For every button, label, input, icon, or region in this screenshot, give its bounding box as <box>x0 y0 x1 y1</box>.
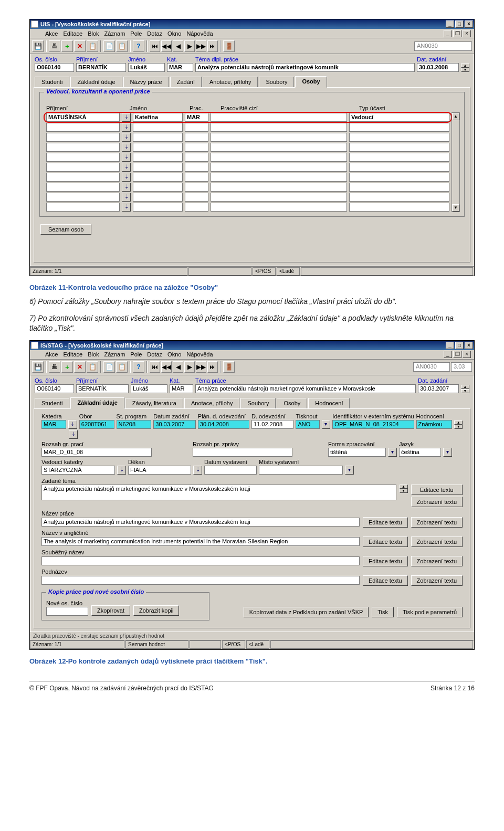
cell-prac-cizi[interactable] <box>211 113 347 122</box>
view-pod-button[interactable]: Zobrazení textu <box>411 575 463 586</box>
tab-studenti[interactable]: Studenti <box>35 77 69 87</box>
field-os[interactable]: O060140 <box>35 384 74 393</box>
tool-icon[interactable]: 📋 <box>116 40 128 52</box>
first-icon[interactable]: ⏮ <box>150 40 160 52</box>
lov-icon[interactable]: ⇣ <box>122 153 131 162</box>
edit-nazev-en-button[interactable]: Editace textu <box>363 537 408 547</box>
tisk-button[interactable]: Tisk <box>372 607 394 617</box>
menu-zaznam[interactable]: Záznam <box>104 351 125 357</box>
next-icon[interactable]: ▶ <box>184 361 195 373</box>
tab-osoby[interactable]: Osoby <box>277 398 307 408</box>
lov-dekan-icon[interactable]: ⇣ <box>193 466 202 475</box>
grid-scrollbar[interactable]: ▲▼ <box>452 112 460 212</box>
field-jmeno[interactable]: Lukáš <box>128 63 165 72</box>
menu-zaznam[interactable]: Záznam <box>104 30 125 37</box>
edit-nazev-button[interactable]: Editace textu <box>363 517 408 528</box>
lov-prijmeni-icon[interactable]: ⇣ <box>122 113 131 122</box>
view-soub-button[interactable]: Zobrazení textu <box>411 556 463 566</box>
field-hodnoceni[interactable]: Známkou <box>416 420 453 429</box>
minimize-button[interactable]: _ <box>446 342 454 349</box>
mdi-restore[interactable]: ❐ <box>453 30 461 37</box>
lov-icon[interactable]: ⇣ <box>122 193 131 202</box>
lov-mv-icon[interactable]: ▾ <box>345 466 354 475</box>
field-plan-odevz[interactable]: 30.04.2008 <box>198 420 249 429</box>
mdi-minimize[interactable]: _ <box>444 351 452 358</box>
menu-okno[interactable]: Okno <box>167 351 181 357</box>
field-podnazev[interactable] <box>41 576 360 585</box>
next-icon[interactable]: ▶ <box>184 40 195 52</box>
menu-blok[interactable]: Blok <box>88 30 99 37</box>
menu-okno[interactable]: Okno <box>167 30 181 37</box>
menu-akce[interactable]: Akce <box>45 351 58 357</box>
edit-soub-button[interactable]: Editace textu <box>363 556 408 566</box>
menu-dotaz[interactable]: Dotaz <box>147 30 162 37</box>
field-obor[interactable]: 6208T061 <box>79 420 114 429</box>
menu-dotaz[interactable]: Dotaz <box>147 351 162 357</box>
record-spinner[interactable]: ▲▼ <box>461 385 469 393</box>
tab-anotace[interactable]: Anotace, přílohy <box>184 398 240 408</box>
field-soubezny[interactable] <box>41 556 360 565</box>
tab-nazvy[interactable]: Názvy práce <box>123 77 169 87</box>
grid-row-empty[interactable]: ⇣ <box>44 152 452 162</box>
field-os-cislo[interactable]: O060140 <box>35 63 74 72</box>
menu-editace[interactable]: Editace <box>63 351 82 357</box>
menu-pole[interactable]: Pole <box>130 30 142 37</box>
tab-zakladni[interactable]: Základní údaje <box>70 77 122 87</box>
zadane-spinner[interactable]: ▲▼ <box>400 485 408 500</box>
minimize-button[interactable]: _ <box>446 20 454 28</box>
mdi-restore[interactable]: ❐ <box>453 351 461 358</box>
help-icon[interactable]: ? <box>133 361 144 373</box>
maximize-button[interactable]: □ <box>455 342 464 349</box>
maximize-button[interactable]: □ <box>455 20 464 28</box>
field-dat[interactable]: 30.03.2007 <box>418 384 459 393</box>
field-dv[interactable] <box>204 466 257 475</box>
close-button[interactable]: × <box>465 342 473 349</box>
field-d-odevz[interactable]: 11.02.2008 <box>251 420 293 429</box>
field-tisknout[interactable]: ANO <box>296 420 319 429</box>
mdi-minimize[interactable]: _ <box>444 30 452 37</box>
grid-row-empty[interactable]: ⇣ <box>44 182 452 192</box>
field-rozsah-gr[interactable]: MAR_D_01_08 <box>41 448 152 457</box>
prev-page-icon[interactable]: ◀◀ <box>161 361 172 373</box>
next-page-icon[interactable]: ▶▶ <box>196 361 206 373</box>
tool-icon[interactable]: 📋 <box>116 361 128 373</box>
field-prog[interactable]: N6208 <box>117 420 152 429</box>
prev-icon[interactable]: ◀ <box>173 361 183 373</box>
lov-icon[interactable]: ⇣ <box>122 123 131 132</box>
field-prijmeni[interactable]: BERNATÍK <box>76 63 126 72</box>
kopirovat-data-button[interactable]: Kopírovat data z Podkladu pro zadání VŠK… <box>244 607 369 617</box>
lov-tisknout-icon[interactable]: ▾ <box>322 420 331 429</box>
list-icon[interactable]: 📄 <box>103 40 115 52</box>
lov-icon[interactable]: ⇣ <box>122 183 131 192</box>
save-icon[interactable]: 💾 <box>32 40 44 52</box>
field-vk[interactable]: STARZYCZNÁ <box>41 466 115 475</box>
lov-katedra-icon[interactable]: ⇣ <box>68 420 77 429</box>
grid-row-empty[interactable]: ⇣ <box>44 142 452 152</box>
edit-zadane-button[interactable]: Editace textu <box>411 485 463 495</box>
first-icon[interactable]: ⏮ <box>150 361 160 373</box>
mdi-close[interactable]: × <box>463 351 471 358</box>
help-icon[interactable]: ? <box>133 40 144 52</box>
row1-spinner[interactable]: ▲▼ <box>454 420 463 429</box>
field-prijmeni[interactable]: BERNATÍK <box>76 384 129 393</box>
add-icon[interactable]: ＋ <box>61 361 73 373</box>
tab-soubory[interactable]: Soubory <box>259 77 294 87</box>
field-nazev[interactable]: Analýza potenciálu nástrojů marketingové… <box>41 518 360 527</box>
add-icon[interactable]: ＋ <box>61 40 73 52</box>
menu-blok[interactable]: Blok <box>88 351 99 357</box>
exit-icon[interactable]: 🚪 <box>223 40 235 52</box>
delete-icon[interactable]: ✕ <box>74 361 86 373</box>
exit-icon[interactable]: 🚪 <box>223 361 235 373</box>
view-zadane-button[interactable]: Zobrazení textu <box>411 497 463 507</box>
zobrazit-kopii-button[interactable]: Zobrazit kopii <box>133 605 179 616</box>
prev-page-icon[interactable]: ◀◀ <box>161 40 172 52</box>
last-icon[interactable]: ⏭ <box>207 40 218 52</box>
tab-osoby[interactable]: Osoby <box>295 76 327 88</box>
field-jazyk[interactable]: čeština <box>399 448 441 457</box>
print-icon[interactable]: 🖶 <box>49 40 60 52</box>
tab-anotace[interactable]: Anotace, přílohy <box>203 77 258 87</box>
grid-row-empty[interactable]: ⇣ <box>44 202 452 212</box>
cell-typ[interactable]: Vedoucí <box>349 113 449 122</box>
last-icon[interactable]: ⏭ <box>207 361 218 373</box>
prev-icon[interactable]: ◀ <box>173 40 183 52</box>
